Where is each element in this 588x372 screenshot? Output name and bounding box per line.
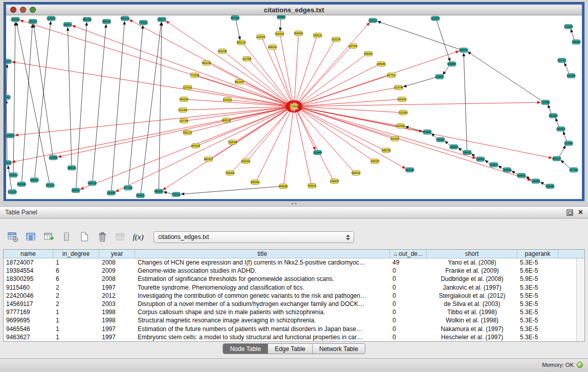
cell-in-degree[interactable]: 1 (53, 317, 99, 324)
graph-node[interactable]: 1755301 (139, 20, 148, 25)
network-canvas[interactable]: 1724046194638292554627925464866342718763… (6, 15, 582, 199)
cell-in-degree[interactable]: 2 (53, 292, 99, 299)
graph-node[interactable]: 7850831 (364, 52, 373, 56)
edit-columns-button[interactable] (42, 230, 55, 244)
graph-node[interactable]: 9084151 (463, 150, 472, 155)
graph-node[interactable]: 1930415 (6, 59, 12, 64)
graph-node[interactable]: 9255462 (250, 180, 259, 185)
cell-out-de-[interactable]: 0 (390, 325, 427, 333)
cell-title[interactable]: Tourette syndrome. Phenomenology and cla… (135, 284, 390, 291)
graph-node[interactable]: 9463112 (46, 183, 55, 188)
graph-node[interactable]: 1853191 (67, 166, 76, 170)
graph-node[interactable]: 1830102 (222, 118, 231, 123)
table-row[interactable]: 977716911998Corpus callosum shape and si… (4, 308, 577, 316)
graph-node[interactable]: 9052131 (183, 130, 192, 135)
cell-name[interactable]: 18724007 (4, 259, 53, 266)
graph-node[interactable]: 8560413 (6, 95, 11, 100)
graph-node[interactable]: 1248152 (330, 179, 339, 184)
column-header-in-degree[interactable]: in_degree (53, 250, 99, 258)
graph-node[interactable]: 9913470 (234, 80, 244, 84)
column-header-out-de-[interactable]: △out_de... (390, 250, 427, 258)
cell-short[interactable]: Nakamura et al. (1997) (427, 325, 517, 333)
cell-pagerank[interactable]: 5.6E-5 (517, 267, 558, 274)
table-selector-dropdown[interactable]: citations_edges.txt (154, 231, 354, 243)
close-window-button[interactable] (10, 7, 16, 13)
graph-node[interactable]: 9777169 (123, 186, 133, 190)
graph-node[interactable]: 1535981 (541, 100, 550, 105)
graph-node[interactable]: 1253161 (183, 85, 192, 90)
graph-node[interactable]: 8304172 (157, 17, 166, 22)
cell-out-de-[interactable]: 0 (390, 284, 427, 291)
cell-title[interactable]: Investigating the contribution of common… (135, 292, 390, 299)
graph-node[interactable]: 1260503 (6, 134, 15, 138)
graph-node[interactable]: 1642208 (217, 49, 227, 54)
cell-short[interactable]: Franke et al. (2009) (427, 267, 517, 274)
window-titlebar[interactable]: citations_edges.txt (6, 5, 582, 15)
tab-node-table[interactable]: Node Table (223, 344, 268, 354)
graph-node[interactable]: 1679197 (423, 130, 432, 135)
cell-pagerank[interactable]: 5.3E-5 (517, 300, 558, 308)
graph-node[interactable]: 9230415 (556, 127, 565, 132)
cell-out-de-[interactable]: 0 (390, 267, 427, 274)
cell-pagerank[interactable]: 5.9E-5 (517, 275, 558, 282)
graph-node[interactable]: 8991530 (154, 189, 163, 194)
cell-title[interactable]: Embryonic stem cells: a model to study s… (135, 334, 390, 341)
cell-out-de-[interactable]: 0 (390, 275, 427, 282)
row-options-button[interactable] (60, 230, 73, 244)
graph-node[interactable]: 1760415 (171, 192, 181, 197)
cell-pagerank[interactable]: 5.3E-5 (517, 317, 558, 324)
graph-node[interactable]: 1946382 (279, 184, 288, 189)
table-row[interactable]: 1938455462009Genome-wide association stu… (4, 267, 577, 275)
graph-node[interactable]: 1860452 (572, 40, 581, 45)
table-row[interactable]: 2242004622012Investigating the contribut… (4, 292, 577, 300)
graph-node[interactable]: 8115672 (489, 163, 498, 167)
zoom-window-button[interactable] (30, 7, 36, 13)
cell-name[interactable]: 9463627 (4, 334, 53, 341)
cell-year[interactable]: 1998 (99, 309, 135, 316)
graph-node[interactable]: 7635411 (308, 184, 317, 188)
graph-node[interactable]: 1197343 (349, 44, 358, 49)
cell-in-degree[interactable]: 1 (53, 334, 99, 341)
graph-node[interactable]: 7712099 (190, 73, 199, 78)
cell-year[interactable]: 1998 (99, 317, 135, 324)
cell-title[interactable]: Structural magnetic resonance image aver… (135, 317, 390, 324)
graph-node[interactable]: 1021375 (332, 37, 341, 42)
cell-title[interactable]: Estimation of the future numbers of pati… (135, 325, 390, 333)
cell-short[interactable]: Wolkin et al. (1998) (427, 317, 517, 324)
graph-node[interactable]: 7204091 (396, 124, 405, 128)
graph-node[interactable]: 1227554 (242, 57, 251, 61)
graph-node[interactable]: 9549722 (352, 171, 361, 176)
cell-year[interactable]: 2003 (99, 300, 135, 308)
graph-node[interactable]: 1696121 (313, 33, 322, 38)
network-graph[interactable]: 1724046194638292554627925464866342718763… (6, 15, 582, 199)
cell-pagerank[interactable]: 5.3E-5 (517, 309, 558, 316)
graph-node[interactable]: 1677304 (569, 168, 578, 172)
graph-node[interactable]: 1054937 (371, 159, 380, 164)
graph-node[interactable]: 8591306 (82, 17, 92, 22)
function-builder-button[interactable]: f(x) (132, 230, 145, 244)
cell-in-degree[interactable]: 1 (53, 309, 99, 316)
cell-year[interactable]: 1997 (99, 325, 135, 333)
close-panel-icon[interactable]: × (578, 209, 583, 215)
table-row[interactable]: 946362711997Embryonic stem cells: a mode… (4, 333, 577, 341)
cell-year[interactable]: 2009 (99, 267, 135, 274)
cell-short[interactable]: de Silva et al. (2003) (427, 300, 517, 308)
cell-year[interactable]: 1997 (99, 334, 135, 341)
graph-node[interactable]: 9940216 (120, 16, 129, 21)
cell-in-degree[interactable]: 2 (53, 284, 99, 291)
graph-node[interactable]: 1610627 (390, 137, 400, 141)
graph-node[interactable]: 1053151 (9, 173, 18, 178)
float-panel-icon[interactable] (567, 209, 573, 216)
graph-node[interactable]: 8460911 (268, 45, 277, 50)
graph-node[interactable]: 9463114 (180, 97, 189, 102)
graph-node[interactable]: 1164052 (531, 179, 540, 184)
graph-node[interactable]: 1663041 (63, 23, 72, 27)
select-columns-button[interactable] (24, 230, 37, 244)
graph-node[interactable]: 8164101 (398, 97, 407, 102)
table-row[interactable]: 1830029562008Estimation of significance … (4, 275, 577, 283)
graph-node[interactable]: 9821530 (405, 168, 415, 172)
graph-node[interactable]: 8316043 (431, 16, 440, 21)
cell-pagerank[interactable]: 5.3E-5 (517, 325, 558, 333)
delete-table-button[interactable] (96, 230, 109, 244)
table-vertical-scrollbar[interactable] (576, 258, 584, 341)
